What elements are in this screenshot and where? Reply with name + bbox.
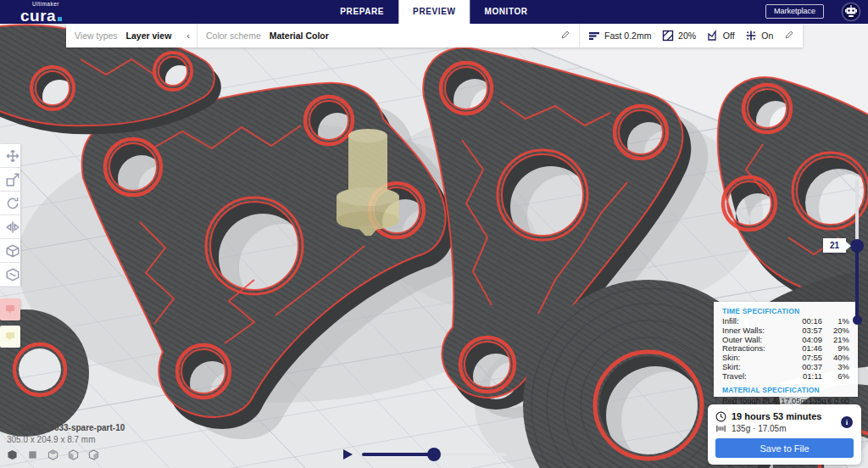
- stage-tabs: PREPARE PREVIEW MONITOR: [326, 0, 542, 24]
- notice-badge[interactable]: [0, 326, 20, 348]
- stage-menu-bar: View types Layer view ‹ Color scheme Mat…: [66, 24, 803, 47]
- print-time-estimate: 19 hours 53 minutes: [732, 411, 821, 421]
- support-blocker-button[interactable]: [0, 263, 20, 287]
- account-avatar[interactable]: [841, 2, 861, 22]
- clock-icon: [715, 411, 726, 422]
- time-spec-row: Inner Walls:03:5720%: [722, 326, 849, 336]
- edit-color-scheme-icon[interactable]: [560, 30, 570, 42]
- support-icon: [707, 30, 719, 42]
- camera-view-buttons: [7, 449, 125, 460]
- adhesion-setting[interactable]: On: [745, 30, 773, 42]
- rotate-tool-button[interactable]: [0, 192, 20, 215]
- material-spec-title: MATERIAL SPECIFICATION: [722, 386, 849, 394]
- time-spec-row: Skin:07:5540%: [722, 354, 849, 363]
- support-blocker-icon: [5, 267, 20, 282]
- move-icon: [5, 148, 20, 164]
- warning-badge[interactable]: [0, 298, 20, 320]
- simulation-slider-track-remaining[interactable]: [434, 453, 507, 456]
- support-setting[interactable]: Off: [707, 30, 735, 42]
- color-scheme-value[interactable]: Material Color: [270, 31, 329, 41]
- brand-dot: [58, 17, 62, 21]
- mirror-icon: [5, 220, 20, 235]
- rotate-icon: [5, 196, 20, 211]
- robot-avatar-icon: [841, 2, 861, 22]
- simulation-slider-track-done[interactable]: [362, 453, 434, 456]
- model-dimensions: 305.0 x 204.9 x 8.7 mm: [7, 435, 125, 444]
- time-spec-row: Travel:01:116%: [722, 372, 849, 382]
- time-spec-title: TIME SPECIFICATION: [722, 307, 849, 315]
- message-bubble-icon: [4, 304, 16, 315]
- scale-tool-button[interactable]: [0, 168, 20, 192]
- layer-number-tooltip: 21: [823, 238, 846, 253]
- brand-cura: cura: [20, 7, 56, 25]
- layer-slider-track-upper[interactable]: [855, 180, 859, 246]
- layer-slider-track-lower[interactable]: [855, 246, 859, 320]
- chevron-left-icon[interactable]: ‹: [186, 31, 190, 41]
- per-model-settings-button[interactable]: [0, 239, 20, 263]
- color-scheme-label: Color scheme: [206, 31, 261, 41]
- scale-icon: [5, 172, 20, 187]
- view-top-button[interactable]: [47, 449, 58, 460]
- mirror-tool-button[interactable]: [0, 215, 20, 239]
- output-panel: 19 hours 53 minutes 135g · 17.05m i Save…: [708, 404, 861, 465]
- move-tool-button[interactable]: [0, 144, 20, 168]
- message-bubble-2-icon: [4, 331, 16, 343]
- edit-print-settings-icon[interactable]: [784, 30, 794, 42]
- infill-setting[interactable]: 20%: [662, 30, 696, 42]
- marketplace-button[interactable]: Marketplace: [765, 4, 824, 19]
- layer-slider-bottom-handle[interactable]: [853, 315, 862, 325]
- view-types-selector[interactable]: View types Layer view ‹: [66, 24, 197, 47]
- material-estimate-row: 135g · 17.05m: [715, 422, 854, 434]
- view-3d-button[interactable]: [7, 449, 18, 460]
- view-types-label: View types: [75, 31, 118, 41]
- time-specification-panel: TIME SPECIFICATION Infill:00:161% Inner …: [714, 302, 858, 397]
- tab-preview[interactable]: PREVIEW: [398, 0, 470, 24]
- left-toolbar: [0, 144, 20, 287]
- time-spec-row: Retractions:01:469%: [722, 344, 849, 354]
- view-types-value[interactable]: Layer view: [126, 31, 172, 41]
- top-bar: Ultimakercura PREPARE PREVIEW MONITOR Ma…: [0, 0, 868, 24]
- rename-model-icon[interactable]: [7, 422, 17, 432]
- model-name[interactable]: UMS5_0033-spare-part-10: [21, 423, 125, 432]
- per-model-settings-icon: [5, 243, 20, 259]
- tab-monitor[interactable]: MONITOR: [470, 0, 542, 24]
- info-icon[interactable]: i: [841, 416, 853, 428]
- print-settings-summary[interactable]: Fast 0.2mm 20% Off On: [579, 24, 803, 47]
- simulation-play-button[interactable]: [343, 449, 353, 460]
- infill-icon: [662, 30, 674, 42]
- save-to-file-button[interactable]: Save to File: [715, 438, 854, 458]
- app-logo[interactable]: Ultimakercura: [20, 2, 62, 24]
- adhesion-icon: [745, 30, 757, 42]
- support-value: Off: [723, 31, 735, 41]
- view-left-button[interactable]: [68, 449, 79, 460]
- profile-setting[interactable]: Fast 0.2mm: [588, 30, 651, 42]
- tab-prepare[interactable]: PREPARE: [326, 0, 398, 24]
- filament-spool-icon: [715, 423, 726, 434]
- view-right-button[interactable]: [88, 449, 99, 460]
- color-scheme-selector[interactable]: Color scheme Material Color: [197, 24, 579, 47]
- adhesion-value: On: [761, 31, 773, 41]
- model-info: UMS5_0033-spare-part-10 305.0 x 204.9 x …: [7, 422, 125, 460]
- material-usage-estimate: 135g · 17.05m: [732, 424, 787, 433]
- infill-value: 20%: [678, 31, 696, 41]
- profile-value: Fast 0.2mm: [604, 31, 651, 41]
- view-front-button[interactable]: [27, 449, 38, 460]
- simulation-slider-handle[interactable]: [427, 448, 441, 461]
- print-time-row: 19 hours 53 minutes: [715, 410, 854, 422]
- layer-height-icon: [588, 30, 600, 42]
- current-layer-value: 21: [830, 241, 839, 250]
